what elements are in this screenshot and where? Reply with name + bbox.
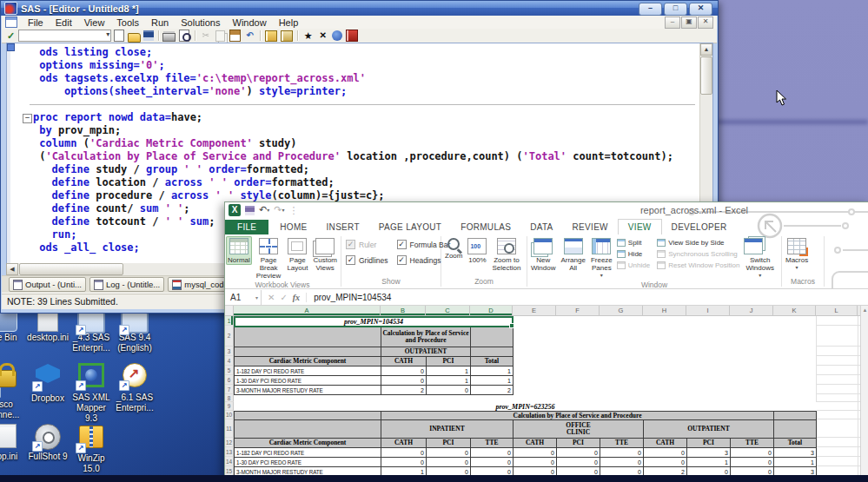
print-icon[interactable]	[162, 33, 176, 42]
window-tab-1[interactable]: Log - (Untitle...	[89, 277, 164, 292]
tab-file[interactable]: FILE	[225, 220, 268, 234]
book1-icon[interactable]	[265, 30, 277, 42]
menu-run[interactable]: Run	[145, 17, 175, 29]
tab-page-layout[interactable]: PAGE LAYOUT	[369, 220, 451, 234]
column-header-K[interactable]: K	[773, 306, 816, 316]
info-icon[interactable]	[332, 30, 342, 41]
open-icon[interactable]	[128, 33, 141, 43]
tab-formulas[interactable]: FORMULAS	[451, 220, 520, 234]
tab-view[interactable]: VIEW	[618, 219, 662, 234]
insert-function-icon[interactable]: fx	[293, 293, 300, 302]
column-header-I[interactable]: I	[686, 306, 730, 316]
code-fold-icon[interactable]: −	[23, 114, 32, 123]
tab-home[interactable]: HOME	[270, 220, 316, 234]
checkbox-ruler[interactable]: ✓Ruler	[346, 240, 388, 249]
ribbon-button-arrange-all[interactable]: ArrangeAll	[559, 236, 586, 273]
menu-view[interactable]: View	[78, 17, 111, 29]
cell-grid[interactable]: prov_MPIN=104534Calculation by Place of …	[234, 316, 868, 482]
sheet-cell-A-row7[interactable]: 3-MONTH MAJOR RESTUDY RATE	[234, 385, 381, 395]
mdi-minimize-button[interactable]: –	[665, 17, 680, 29]
sheet-cell-B-row7[interactable]: 2	[381, 385, 427, 395]
helpbook-icon[interactable]	[346, 30, 358, 42]
desktop-icon-xml-mapper[interactable]: ↗SAS XMLMapper 9.3	[70, 361, 113, 424]
undo-icon[interactable]: ↶▾	[259, 204, 269, 215]
ribbon-button-new-window[interactable]: NewWindow	[529, 236, 557, 273]
select-all-corner[interactable]	[225, 306, 234, 316]
desktop-icon-fullshot[interactable]: ↗FullShot 9	[26, 422, 70, 462]
customize-qat-icon[interactable]: ⋮	[288, 205, 298, 215]
menu-tools[interactable]: Tools	[110, 17, 145, 29]
row-header-14[interactable]: 14	[225, 457, 234, 466]
row-header-8[interactable]: 8	[225, 394, 234, 402]
mdi-restore-button[interactable]: ▣	[681, 17, 697, 29]
cut-icon[interactable]	[199, 30, 212, 42]
tab-review[interactable]: REVIEW	[563, 220, 618, 234]
sheet-cell-A-row2[interactable]	[234, 326, 381, 347]
column-header-D[interactable]: D	[470, 306, 513, 316]
horizontal-scroll-thumb[interactable]	[19, 263, 123, 275]
ribbon-button-zoom[interactable]: Zoom	[443, 236, 464, 261]
maximize-button[interactable]: □	[664, 3, 687, 16]
worksheet[interactable]: ABCDEFGHIJKLM 12345678910111213141516 pr…	[225, 306, 868, 482]
ribbon-button-normal[interactable]: Normal	[226, 236, 252, 265]
row-header-10[interactable]: 10	[225, 411, 234, 419]
ribbon-button-zoom-to-selection[interactable]: Zoom toSelection	[490, 236, 522, 273]
menu-help[interactable]: Help	[273, 17, 305, 29]
row-header-12[interactable]: 12	[225, 438, 234, 447]
ribbon-small-unhide[interactable]: Unhide	[617, 261, 650, 269]
close-button[interactable]: ✕	[689, 3, 712, 16]
sheet-vertical-scrollbar[interactable]: ▲	[860, 306, 868, 482]
column-header-L[interactable]: L	[816, 306, 858, 316]
ribbon-button-page-layout[interactable]: PageLayout	[285, 236, 309, 273]
name-box[interactable]: A1 ▾	[225, 290, 262, 305]
save-icon[interactable]	[143, 30, 154, 41]
sas-title-bar[interactable]: SAS - [Editor - Untitled8 *] – □ ✕	[1, 1, 718, 16]
minimize-button[interactable]: –	[639, 3, 662, 16]
tab-insert[interactable]: INSERT	[317, 220, 369, 234]
row-header-6[interactable]: 6	[225, 375, 234, 385]
sheet-cell-B-D-row11[interactable]: INPATIENT	[381, 419, 514, 439]
column-header-H[interactable]: H	[643, 306, 686, 316]
ribbon-small-view-side-by-side[interactable]: View Side by Side	[657, 239, 739, 247]
row-header-3[interactable]: 3	[225, 347, 234, 356]
mdi-close-button[interactable]: ✕	[698, 17, 713, 29]
sheet-cell-H-J-row11[interactable]: OUTPATIENT	[643, 419, 774, 439]
scroll-up-icon[interactable]: ▲	[700, 43, 712, 56]
ribbon-small-split[interactable]: Split	[617, 239, 650, 247]
ribbon-small-hide[interactable]: Hide	[617, 250, 650, 258]
excel-logo-icon[interactable]: X	[229, 204, 241, 216]
row-header-2[interactable]: 2	[225, 326, 234, 347]
column-header-F[interactable]: F	[556, 306, 600, 316]
row-header-9[interactable]: 9	[225, 402, 234, 411]
menu-window[interactable]: Window	[227, 17, 273, 29]
enter-icon[interactable]: ✓	[280, 293, 287, 302]
sheet-cell-C-row7[interactable]: 0	[426, 385, 471, 395]
redo-icon[interactable]: ↷▾	[274, 204, 284, 215]
desktop-icon-ini-file[interactable]: top.ini	[0, 422, 28, 462]
column-header-B[interactable]: B	[381, 306, 426, 316]
paste-icon[interactable]	[229, 30, 241, 42]
ribbon-button-custom-views[interactable]: CustomViews	[311, 236, 339, 273]
scroll-left-icon[interactable]: ◀	[6, 263, 18, 275]
copy-icon[interactable]	[215, 30, 225, 42]
mdi-document-icon[interactable]	[5, 17, 17, 28]
menu-solutions[interactable]: Solutions	[175, 17, 226, 29]
save-icon[interactable]	[245, 206, 255, 215]
ribbon-small-reset-window-position[interactable]: Reset Window Position	[657, 261, 739, 269]
ribbon-button-switch-windows[interactable]: SwitchWindows▾	[744, 236, 775, 281]
column-header-G[interactable]: G	[600, 306, 643, 316]
row-header-11[interactable]: 11	[225, 419, 234, 438]
checkbox-gridlines[interactable]: ✓Gridlines	[346, 255, 388, 265]
desktop-icon-padlock[interactable]: ↗scoonne...	[0, 361, 28, 420]
ribbon-button-macros[interactable]: Macros▾	[784, 236, 810, 273]
name-box-dropdown-icon[interactable]: ▾	[255, 294, 258, 300]
sheet-cell-A-row11[interactable]	[234, 419, 381, 439]
sheet-cell-D-row7[interactable]: 2	[470, 385, 514, 395]
ribbon-button-100%[interactable]: 100%	[466, 236, 488, 265]
clear-icon[interactable]	[316, 30, 329, 42]
ribbon-button-page-break-preview[interactable]: Page BreakPreview	[254, 236, 284, 281]
ribbon-button-freeze-panes[interactable]: FreezePanes▾	[589, 236, 614, 281]
excel-title-bar[interactable]: X ↶▾ ↷▾ ⋮ report_across.xml - Excel	[225, 202, 868, 219]
row-header-1[interactable]: 1	[225, 316, 234, 326]
menu-file[interactable]: File	[22, 17, 50, 29]
